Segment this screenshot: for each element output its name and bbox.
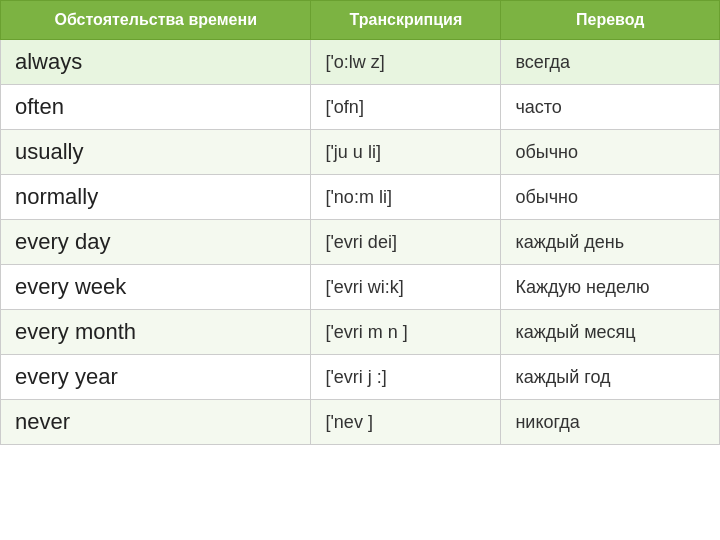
table-row: always['o:lw z]всегда bbox=[1, 40, 720, 85]
header-col3: Перевод bbox=[501, 1, 720, 40]
table-row: usually['ju u li]обычно bbox=[1, 130, 720, 175]
translation-cell: каждый месяц bbox=[501, 310, 720, 355]
table-row: every year['evri j :]каждый год bbox=[1, 355, 720, 400]
transcription-cell: ['evri m n ] bbox=[311, 310, 501, 355]
word-cell: usually bbox=[1, 130, 311, 175]
translation-cell: Каждую неделю bbox=[501, 265, 720, 310]
header-col2: Транскрипция bbox=[311, 1, 501, 40]
table-row: never['nev ]никогда bbox=[1, 400, 720, 445]
word-cell: every year bbox=[1, 355, 311, 400]
transcription-cell: ['nev ] bbox=[311, 400, 501, 445]
transcription-cell: ['no:m li] bbox=[311, 175, 501, 220]
word-cell: every day bbox=[1, 220, 311, 265]
word-cell: normally bbox=[1, 175, 311, 220]
vocabulary-table: Обстоятельства времени Транскрипция Пере… bbox=[0, 0, 720, 445]
table-row: every month['evri m n ]каждый месяц bbox=[1, 310, 720, 355]
word-cell: every month bbox=[1, 310, 311, 355]
transcription-cell: ['evri dei] bbox=[311, 220, 501, 265]
word-cell: never bbox=[1, 400, 311, 445]
translation-cell: каждый год bbox=[501, 355, 720, 400]
translation-cell: никогда bbox=[501, 400, 720, 445]
table-row: often['ofn]часто bbox=[1, 85, 720, 130]
table-row: every day['evri dei]каждый день bbox=[1, 220, 720, 265]
transcription-cell: ['o:lw z] bbox=[311, 40, 501, 85]
transcription-cell: ['ju u li] bbox=[311, 130, 501, 175]
translation-cell: всегда bbox=[501, 40, 720, 85]
translation-cell: обычно bbox=[501, 130, 720, 175]
transcription-cell: ['ofn] bbox=[311, 85, 501, 130]
table-row: normally['no:m li]обычно bbox=[1, 175, 720, 220]
translation-cell: каждый день bbox=[501, 220, 720, 265]
word-cell: always bbox=[1, 40, 311, 85]
translation-cell: часто bbox=[501, 85, 720, 130]
word-cell: often bbox=[1, 85, 311, 130]
header-col1: Обстоятельства времени bbox=[1, 1, 311, 40]
word-cell: every week bbox=[1, 265, 311, 310]
translation-cell: обычно bbox=[501, 175, 720, 220]
table-row: every week['evri wi:k]Каждую неделю bbox=[1, 265, 720, 310]
transcription-cell: ['evri j :] bbox=[311, 355, 501, 400]
transcription-cell: ['evri wi:k] bbox=[311, 265, 501, 310]
